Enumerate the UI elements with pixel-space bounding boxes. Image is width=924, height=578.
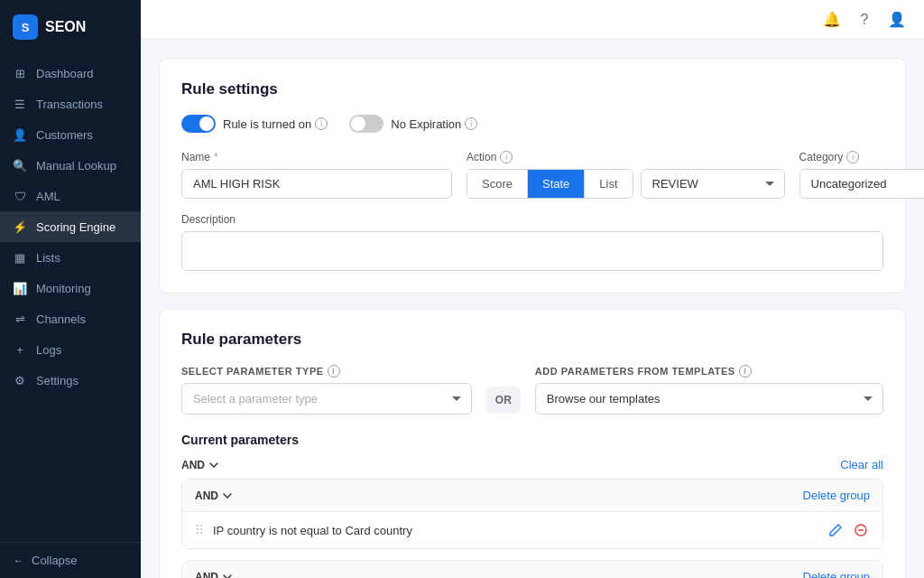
rule-parameters-card: Rule parameters SELECT PARAMETER TYPE i … [159, 308, 906, 578]
param-item-1-text: IP country is not equal to Card country [213, 524, 827, 537]
rule-settings-title: Rule settings [181, 80, 883, 98]
action-label: Action i [467, 151, 785, 163]
sidebar: S SEON ⊞ Dashboard ☰ Transactions 👤 Cust… [0, 0, 141, 578]
sidebar-item-lists[interactable]: ▦ Lists [0, 242, 141, 273]
toggle-knob-2 [351, 117, 365, 131]
description-input[interactable] [181, 231, 883, 271]
sidebar-label-manual-lookup: Manual Lookup [36, 159, 116, 172]
param-item-1-actions [827, 521, 870, 539]
parameter-selectors-row: SELECT PARAMETER TYPE i Select a paramet… [181, 365, 883, 415]
clear-all-button[interactable]: Clear all [840, 458, 883, 471]
sidebar-item-scoring-engine[interactable]: ⚡ Scoring Engine [0, 211, 141, 242]
param-type-select-wrap: Select a parameter type [181, 383, 472, 415]
delete-group-1-button[interactable]: Delete group [803, 489, 870, 502]
search-icon: 🔍 [13, 158, 27, 172]
group-2-and-badge[interactable]: AND [195, 571, 233, 579]
sidebar-nav: ⊞ Dashboard ☰ Transactions 👤 Customers 🔍… [0, 54, 141, 542]
list-icon: ☰ [13, 97, 27, 111]
drag-handle-1[interactable]: ⠿ [195, 523, 204, 537]
no-expiration-toggle[interactable] [349, 115, 383, 133]
sidebar-label-settings: Settings [36, 374, 79, 387]
template-select[interactable]: Browse our templates [535, 383, 883, 415]
channel-icon: ⇌ [13, 312, 27, 326]
logo: S SEON [0, 0, 141, 54]
chevron-down-icon [208, 460, 219, 471]
param-type-select[interactable]: Select a parameter type [181, 383, 472, 415]
no-expiration-toggle-group: No Expiration i [349, 115, 477, 133]
template-group: ADD PARAMETERS FROM TEMPLATES i Browse o… [535, 365, 883, 415]
current-params-title: Current parameters [181, 433, 883, 447]
name-field-group: Name * [181, 151, 452, 199]
rule-on-toggle[interactable] [181, 115, 216, 133]
template-info-icon[interactable]: i [739, 365, 752, 378]
action-button-group: Score State List [467, 169, 633, 199]
sidebar-label-aml: AML [36, 190, 60, 203]
sidebar-item-channels[interactable]: ⇌ Channels [0, 303, 141, 334]
user-icon[interactable]: 👤 [888, 11, 906, 29]
users-icon: 👤 [13, 127, 27, 142]
action-dropdown[interactable]: REVIEW ACCEPT DECLINE [641, 169, 785, 199]
score-button[interactable]: Score [467, 170, 528, 198]
param-group-1-header: AND Delete group [182, 480, 882, 512]
or-badge: OR [486, 387, 521, 414]
sidebar-item-dashboard[interactable]: ⊞ Dashboard [0, 58, 141, 89]
sidebar-item-settings[interactable]: ⚙ Settings [0, 365, 141, 396]
name-label: Name * [181, 151, 452, 163]
param-group-2-header: AND Delete group [182, 561, 882, 578]
state-button[interactable]: State [528, 170, 585, 198]
top-and-badge[interactable]: AND [181, 459, 219, 471]
no-expiration-info-icon[interactable]: i [465, 117, 477, 130]
sidebar-label-customers: Customers [36, 128, 93, 142]
rule-on-info-icon[interactable]: i [315, 117, 328, 130]
sidebar-label-scoring-engine: Scoring Engine [36, 220, 116, 234]
rule-parameters-title: Rule parameters [181, 331, 883, 349]
list-button[interactable]: List [585, 170, 632, 198]
bars-icon: ▦ [13, 250, 27, 265]
sidebar-item-aml[interactable]: 🛡 AML [0, 181, 141, 211]
name-input[interactable] [181, 169, 452, 199]
group-1-and-badge[interactable]: AND [195, 489, 233, 502]
sidebar-item-logs[interactable]: + Logs [0, 334, 141, 365]
group-2-chevron-icon [222, 572, 233, 579]
description-label: Description [181, 213, 883, 226]
param-type-group: SELECT PARAMETER TYPE i Select a paramet… [181, 365, 472, 415]
category-label: Category i [799, 151, 924, 163]
collapse-button[interactable]: ← Collapse [0, 542, 141, 578]
notification-icon[interactable]: 🔔 [823, 11, 841, 29]
rule-on-label: Rule is turned on i [223, 117, 328, 131]
category-info-icon[interactable]: i [846, 151, 859, 163]
collapse-arrow-icon: ← [13, 554, 24, 567]
gear-icon: ⚙ [13, 373, 27, 387]
logo-text: SEON [45, 19, 86, 35]
action-info-icon[interactable]: i [500, 151, 513, 163]
param-item-1: ⠿ IP country is not equal to Card countr… [182, 512, 882, 548]
rule-toggles: Rule is turned on i No Expiration i [181, 115, 883, 133]
top-and-row: AND Clear all [181, 458, 883, 471]
monitor-icon: 📊 [13, 281, 27, 295]
description-field-group: Description [181, 213, 883, 271]
edit-param-1-icon[interactable] [827, 521, 845, 539]
sidebar-label-transactions: Transactions [36, 98, 103, 111]
delete-group-2-button[interactable]: Delete group [803, 570, 870, 578]
param-group-2: AND Delete group ⠿ IP country is equal t… [181, 560, 883, 578]
help-icon[interactable]: ? [855, 11, 873, 29]
select-param-info-icon[interactable]: i [328, 365, 340, 378]
topbar: 🔔 ? 👤 [141, 0, 924, 40]
sidebar-item-transactions[interactable]: ☰ Transactions [0, 89, 141, 119]
sidebar-item-monitoring[interactable]: 📊 Monitoring [0, 273, 141, 303]
log-icon: + [13, 342, 27, 357]
group-1-chevron-icon [222, 490, 233, 501]
required-asterisk: * [214, 151, 218, 163]
delete-param-1-icon[interactable] [852, 521, 870, 539]
collapse-label: Collapse [32, 554, 78, 567]
engine-icon: ⚡ [13, 219, 27, 234]
rule-form-row: Name * Action i Score State List [181, 151, 883, 199]
category-dropdown[interactable]: Uncategorized AML Fraud [799, 169, 924, 199]
sidebar-label-lists: Lists [36, 251, 60, 265]
sidebar-item-customers[interactable]: 👤 Customers [0, 119, 141, 150]
action-field-group: Action i Score State List REVIEW ACCEPT … [467, 151, 785, 199]
toggle-knob [199, 117, 214, 131]
rule-on-toggle-group: Rule is turned on i [181, 115, 328, 133]
sidebar-item-manual-lookup[interactable]: 🔍 Manual Lookup [0, 150, 141, 181]
sidebar-label-monitoring: Monitoring [36, 282, 91, 295]
